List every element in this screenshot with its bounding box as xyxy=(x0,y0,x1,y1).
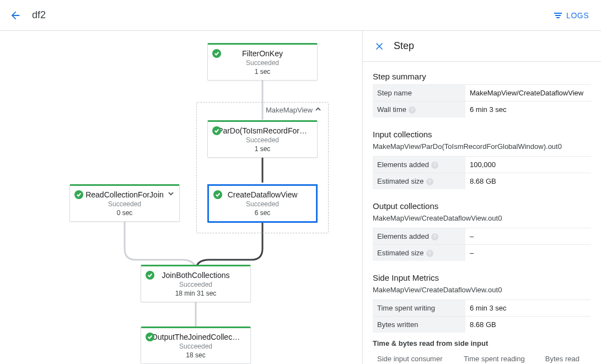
check-icon xyxy=(146,271,154,280)
row-step-name: Step name MakeMapView/CreateDataflowView xyxy=(373,85,591,101)
node-create-dataflow-view[interactable]: CreateDataflowView Succeeded 6 sec xyxy=(207,184,318,223)
logs-label: LOGS xyxy=(566,11,589,20)
help-icon[interactable]: ? xyxy=(426,250,433,257)
page-title: df2 xyxy=(32,9,46,21)
help-icon[interactable]: ? xyxy=(409,106,416,114)
side-panel-header: Step xyxy=(363,31,601,62)
graph-canvas[interactable]: MakeMapView FilterOnKey Succeeded 1 sec … xyxy=(0,31,363,364)
section-side-input-metrics: Side Input Metrics MakeMapView/CreateDat… xyxy=(373,273,591,364)
side-input-read-table: Side input consumer Time spent reading B… xyxy=(373,351,591,364)
row-wall-time: Wall time? 6 min 3 sec xyxy=(373,101,591,118)
node-read-collection[interactable]: ReadCollectionForJoin Succeeded 0 sec xyxy=(69,184,180,222)
logs-icon xyxy=(554,13,563,18)
check-icon xyxy=(213,190,222,199)
check-icon xyxy=(212,49,221,58)
back-button[interactable] xyxy=(4,4,26,26)
check-icon xyxy=(74,190,83,199)
group-label: MakeMapView xyxy=(266,106,313,114)
side-panel: Step Step summary Step name MakeMapView/… xyxy=(363,31,601,364)
chevron-up-icon[interactable] xyxy=(315,106,323,114)
side-panel-title: Step xyxy=(394,40,414,52)
check-icon xyxy=(146,333,154,341)
help-icon[interactable]: ? xyxy=(426,178,433,185)
chevron-down-icon[interactable] xyxy=(167,190,175,198)
section-step-summary: Step summary Step name MakeMapView/Creat… xyxy=(373,72,591,117)
section-input-collections: Input collections MakeMapView/ParDo(ToIs… xyxy=(373,130,591,189)
node-filter-on-key[interactable]: FilterOnKey Succeeded 1 sec xyxy=(207,43,318,81)
node-join-both[interactable]: JoinBothCollections Succeeded 18 min 31 … xyxy=(141,265,251,302)
check-icon xyxy=(212,126,221,135)
help-icon[interactable]: ? xyxy=(431,162,438,169)
section-output-collections: Output collections MakeMapView/CreateDat… xyxy=(373,201,591,261)
node-pardo[interactable]: ParDo(ToIsmRecordFor… Succeeded 1 sec xyxy=(207,120,318,158)
close-button[interactable] xyxy=(373,40,386,53)
node-output[interactable]: OutputTheJoinedCollec… Succeeded 18 sec xyxy=(141,326,251,364)
help-icon[interactable]: ? xyxy=(431,233,438,240)
logs-button[interactable]: LOGS xyxy=(546,7,597,24)
header: df2 LOGS xyxy=(0,0,601,31)
